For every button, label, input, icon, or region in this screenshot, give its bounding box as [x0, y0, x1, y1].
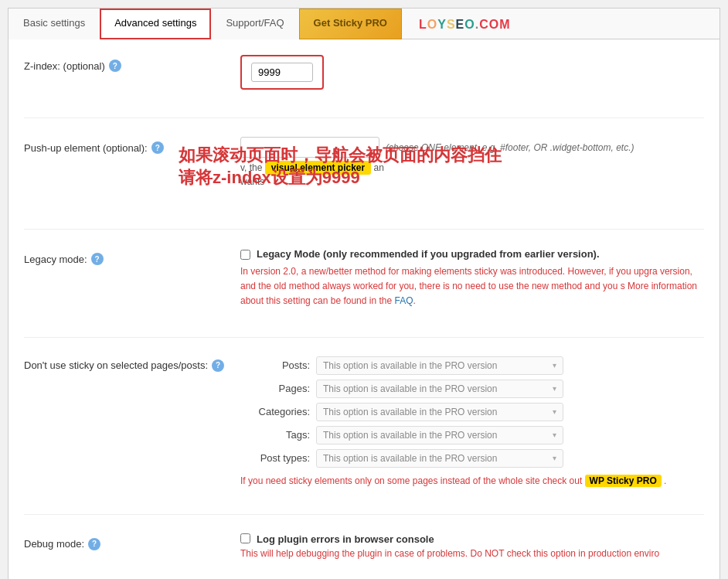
legacy-row: Legacy mode: ? Legacy Mode (only recomme… [24, 248, 704, 309]
debug-checkbox-row: Log plugin errors in browser console [240, 533, 704, 545]
pushup-field-content: (choose ONE element, e.g. #footer, OR .w… [240, 137, 704, 187]
sticky-row-categories: Categories: This option is available in … [240, 403, 704, 421]
legacy-checkbox-row: Legacy Mode (only recommended if you upg… [240, 248, 704, 260]
pushup-label-text: Push-up element (optional): [24, 142, 148, 154]
pro-note-before: If you need sticky elements only on some… [240, 475, 582, 486]
pushup-wants: wants [240, 176, 704, 187]
wp-sticky-pro-badge[interactable]: WP Sticky PRO [585, 475, 662, 487]
pushup-input[interactable] [240, 137, 379, 158]
legacy-section: Legacy mode: ? Legacy Mode (only recomme… [24, 248, 704, 338]
zindex-section: Z-index: (optional) ? [24, 55, 704, 118]
sticky-select-categories: This option is available in the PRO vers… [316, 403, 563, 421]
pushup-extra: v, the visual element picker an [240, 162, 704, 173]
legacy-faq-link[interactable]: FAQ [395, 295, 413, 306]
legacy-field-content: Legacy Mode (only recommended if you upg… [240, 248, 704, 309]
tab-advanced[interactable]: Advanced settings [100, 9, 211, 39]
sticky-select-post-types-chevron: ▾ [553, 454, 556, 462]
sticky-row-label-tags: Tags: [240, 429, 310, 441]
pro-note-after: . [664, 475, 666, 486]
sticky-row-posts: Posts: This option is available in the P… [240, 356, 704, 375]
debug-label: Debug mode: ? [24, 533, 240, 550]
pushup-extra-before: v, the [240, 162, 262, 173]
legacy-description: In version 2.0, a new/better method for … [240, 264, 704, 309]
tab-support[interactable]: Support/FAQ [211, 9, 298, 39]
sticky-pages-label-text: Don't use sticky on selected pages/posts… [24, 359, 208, 371]
zindex-input[interactable] [251, 63, 313, 82]
sticky-select-posts-text: This option is available in the PRO vers… [323, 360, 497, 371]
sticky-select-pages: This option is available in the PRO vers… [316, 380, 563, 398]
pro-note: If you need sticky elements only on some… [240, 475, 704, 486]
pushup-hint: (choose ONE element, e.g. #footer, OR .w… [386, 142, 634, 153]
debug-field-content: Log plugin errors in browser console Thi… [240, 533, 704, 559]
pushup-section: Push-up element (optional): ? (choose ON… [24, 137, 704, 230]
zindex-row: Z-index: (optional) ? [24, 55, 704, 90]
legacy-checkbox[interactable] [240, 250, 250, 260]
legacy-desc-text: In version 2.0, a new/better method for … [240, 266, 697, 306]
sticky-select-pages-chevron: ▾ [553, 384, 556, 393]
debug-label-text: Debug mode: [24, 538, 84, 550]
content-area: Z-index: (optional) ? Push-up element (o… [9, 39, 719, 579]
tab-bar: Basic settings Advanced settings Support… [9, 9, 719, 39]
sticky-row-label-categories: Categories: [240, 406, 310, 417]
pushup-extra-after: an [374, 162, 384, 173]
legacy-label-text: Legacy mode: [24, 254, 87, 265]
visual-picker-badge[interactable]: visual element picker [265, 161, 371, 175]
pushup-content-row: (choose ONE element, e.g. #footer, OR .w… [240, 137, 704, 158]
zindex-box [240, 55, 324, 90]
debug-help-icon[interactable]: ? [88, 538, 100, 550]
sticky-select-tags-chevron: ▾ [553, 431, 556, 439]
legacy-help-icon[interactable]: ? [91, 253, 104, 265]
sticky-select-posts: This option is available in the PRO vers… [316, 356, 563, 375]
page-wrapper: Basic settings Advanced settings Support… [8, 8, 720, 579]
sticky-pages-label: Don't use sticky on selected pages/posts… [24, 356, 240, 372]
sticky-pages-help-icon[interactable]: ? [212, 359, 224, 372]
debug-description: This will help debugging the plugin in c… [240, 548, 704, 559]
debug-checkbox[interactable] [240, 533, 250, 543]
sticky-select-categories-text: This option is available in the PRO vers… [323, 407, 497, 417]
sticky-select-tags: This option is available in the PRO vers… [316, 426, 563, 444]
legacy-label: Legacy mode: ? [24, 248, 240, 265]
tab-basic[interactable]: Basic settings [9, 9, 100, 39]
zindex-label-text: Z-index: (optional) [24, 60, 105, 72]
sticky-row-label-post-types: Post types: [240, 452, 310, 464]
sticky-select-post-types-text: This option is available in the PRO vers… [323, 453, 497, 464]
sticky-select-pages-text: This option is available in the PRO vers… [323, 383, 497, 394]
sticky-row-tags: Tags: This option is available in the PR… [240, 426, 704, 444]
sticky-row-post-types: Post types: This option is available in … [240, 449, 704, 468]
pushup-label: Push-up element (optional): ? [24, 137, 240, 154]
sticky-select-post-types: This option is available in the PRO vers… [316, 449, 563, 468]
pushup-help-icon[interactable]: ? [151, 141, 164, 154]
legacy-checkbox-label: Legacy Mode (only recommended if you upg… [257, 248, 600, 260]
zindex-help-icon[interactable]: ? [109, 60, 121, 72]
sticky-row-pages: Pages: This option is available in the P… [240, 380, 704, 398]
sticky-select-categories-chevron: ▾ [553, 407, 556, 416]
sticky-pages-row: Don't use sticky on selected pages/posts… [24, 356, 704, 486]
zindex-field-content [240, 55, 704, 90]
loyseo-brand: LOYSEO.COM [405, 9, 524, 39]
sticky-row-label-posts: Posts: [240, 359, 310, 371]
debug-row: Debug mode: ? Log plugin errors in brows… [24, 533, 704, 559]
sticky-select-posts-chevron: ▾ [553, 361, 556, 370]
sticky-row-label-pages: Pages: [240, 383, 310, 394]
sticky-pages-field-content: Posts: This option is available in the P… [240, 356, 704, 486]
sticky-select-tags-text: This option is available in the PRO vers… [323, 430, 497, 441]
zindex-label: Z-index: (optional) ? [24, 55, 240, 72]
tab-get-pro[interactable]: Get Sticky PRO [299, 9, 402, 39]
pushup-row: Push-up element (optional): ? (choose ON… [24, 137, 704, 187]
sticky-pages-section: Don't use sticky on selected pages/posts… [24, 356, 704, 515]
debug-checkbox-label: Log plugin errors in browser console [257, 533, 434, 545]
debug-section: Debug mode: ? Log plugin errors in brows… [24, 533, 704, 579]
